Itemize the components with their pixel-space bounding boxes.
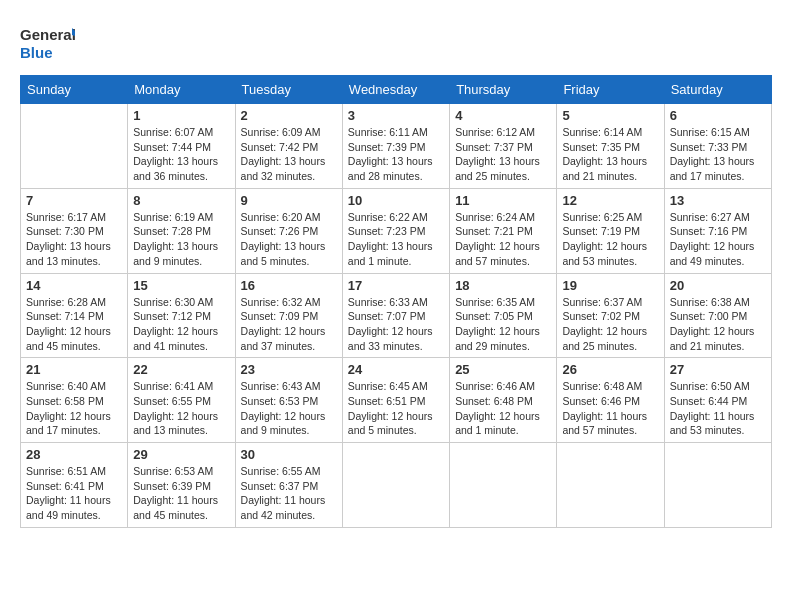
day-header-monday: Monday [128,76,235,104]
calendar-cell [450,443,557,528]
day-header-tuesday: Tuesday [235,76,342,104]
calendar-week-3: 14Sunrise: 6:28 AM Sunset: 7:14 PM Dayli… [21,273,772,358]
day-number: 4 [455,108,551,123]
svg-text:General: General [20,26,75,43]
cell-content: Sunrise: 6:11 AM Sunset: 7:39 PM Dayligh… [348,125,444,184]
day-number: 23 [241,362,337,377]
day-number: 17 [348,278,444,293]
cell-content: Sunrise: 6:38 AM Sunset: 7:00 PM Dayligh… [670,295,766,354]
cell-content: Sunrise: 6:43 AM Sunset: 6:53 PM Dayligh… [241,379,337,438]
calendar-week-5: 28Sunrise: 6:51 AM Sunset: 6:41 PM Dayli… [21,443,772,528]
cell-content: Sunrise: 6:09 AM Sunset: 7:42 PM Dayligh… [241,125,337,184]
day-number: 6 [670,108,766,123]
day-number: 27 [670,362,766,377]
cell-content: Sunrise: 6:32 AM Sunset: 7:09 PM Dayligh… [241,295,337,354]
calendar-cell: 7Sunrise: 6:17 AM Sunset: 7:30 PM Daylig… [21,188,128,273]
day-number: 18 [455,278,551,293]
calendar-cell: 9Sunrise: 6:20 AM Sunset: 7:26 PM Daylig… [235,188,342,273]
cell-content: Sunrise: 6:17 AM Sunset: 7:30 PM Dayligh… [26,210,122,269]
page-header: General Blue [20,20,772,65]
day-number: 11 [455,193,551,208]
calendar-cell: 21Sunrise: 6:40 AM Sunset: 6:58 PM Dayli… [21,358,128,443]
day-number: 5 [562,108,658,123]
calendar-cell: 2Sunrise: 6:09 AM Sunset: 7:42 PM Daylig… [235,104,342,189]
cell-content: Sunrise: 6:46 AM Sunset: 6:48 PM Dayligh… [455,379,551,438]
calendar-header-row: SundayMondayTuesdayWednesdayThursdayFrid… [21,76,772,104]
cell-content: Sunrise: 6:50 AM Sunset: 6:44 PM Dayligh… [670,379,766,438]
day-number: 24 [348,362,444,377]
calendar-week-1: 1Sunrise: 6:07 AM Sunset: 7:44 PM Daylig… [21,104,772,189]
logo-svg: General Blue [20,20,75,65]
day-number: 16 [241,278,337,293]
calendar-cell: 29Sunrise: 6:53 AM Sunset: 6:39 PM Dayli… [128,443,235,528]
calendar-cell [342,443,449,528]
cell-content: Sunrise: 6:53 AM Sunset: 6:39 PM Dayligh… [133,464,229,523]
calendar-cell: 28Sunrise: 6:51 AM Sunset: 6:41 PM Dayli… [21,443,128,528]
day-number: 1 [133,108,229,123]
calendar-cell: 10Sunrise: 6:22 AM Sunset: 7:23 PM Dayli… [342,188,449,273]
day-number: 2 [241,108,337,123]
day-number: 14 [26,278,122,293]
calendar-cell: 23Sunrise: 6:43 AM Sunset: 6:53 PM Dayli… [235,358,342,443]
day-number: 7 [26,193,122,208]
day-number: 8 [133,193,229,208]
calendar-cell: 15Sunrise: 6:30 AM Sunset: 7:12 PM Dayli… [128,273,235,358]
cell-content: Sunrise: 6:22 AM Sunset: 7:23 PM Dayligh… [348,210,444,269]
calendar-cell [21,104,128,189]
cell-content: Sunrise: 6:41 AM Sunset: 6:55 PM Dayligh… [133,379,229,438]
cell-content: Sunrise: 6:19 AM Sunset: 7:28 PM Dayligh… [133,210,229,269]
calendar-cell [664,443,771,528]
calendar-cell: 22Sunrise: 6:41 AM Sunset: 6:55 PM Dayli… [128,358,235,443]
calendar-cell: 14Sunrise: 6:28 AM Sunset: 7:14 PM Dayli… [21,273,128,358]
day-header-friday: Friday [557,76,664,104]
calendar-cell: 6Sunrise: 6:15 AM Sunset: 7:33 PM Daylig… [664,104,771,189]
day-number: 28 [26,447,122,462]
day-number: 21 [26,362,122,377]
calendar-cell [557,443,664,528]
day-number: 3 [348,108,444,123]
cell-content: Sunrise: 6:48 AM Sunset: 6:46 PM Dayligh… [562,379,658,438]
cell-content: Sunrise: 6:14 AM Sunset: 7:35 PM Dayligh… [562,125,658,184]
cell-content: Sunrise: 6:15 AM Sunset: 7:33 PM Dayligh… [670,125,766,184]
cell-content: Sunrise: 6:55 AM Sunset: 6:37 PM Dayligh… [241,464,337,523]
calendar-cell: 11Sunrise: 6:24 AM Sunset: 7:21 PM Dayli… [450,188,557,273]
day-number: 29 [133,447,229,462]
calendar-cell: 19Sunrise: 6:37 AM Sunset: 7:02 PM Dayli… [557,273,664,358]
cell-content: Sunrise: 6:33 AM Sunset: 7:07 PM Dayligh… [348,295,444,354]
day-number: 22 [133,362,229,377]
calendar-week-2: 7Sunrise: 6:17 AM Sunset: 7:30 PM Daylig… [21,188,772,273]
day-number: 10 [348,193,444,208]
calendar-cell: 17Sunrise: 6:33 AM Sunset: 7:07 PM Dayli… [342,273,449,358]
calendar-cell: 20Sunrise: 6:38 AM Sunset: 7:00 PM Dayli… [664,273,771,358]
calendar-cell: 8Sunrise: 6:19 AM Sunset: 7:28 PM Daylig… [128,188,235,273]
calendar-week-4: 21Sunrise: 6:40 AM Sunset: 6:58 PM Dayli… [21,358,772,443]
cell-content: Sunrise: 6:40 AM Sunset: 6:58 PM Dayligh… [26,379,122,438]
day-number: 19 [562,278,658,293]
cell-content: Sunrise: 6:27 AM Sunset: 7:16 PM Dayligh… [670,210,766,269]
day-number: 12 [562,193,658,208]
cell-content: Sunrise: 6:37 AM Sunset: 7:02 PM Dayligh… [562,295,658,354]
cell-content: Sunrise: 6:25 AM Sunset: 7:19 PM Dayligh… [562,210,658,269]
day-number: 13 [670,193,766,208]
day-header-sunday: Sunday [21,76,128,104]
cell-content: Sunrise: 6:30 AM Sunset: 7:12 PM Dayligh… [133,295,229,354]
day-number: 15 [133,278,229,293]
cell-content: Sunrise: 6:35 AM Sunset: 7:05 PM Dayligh… [455,295,551,354]
calendar-cell: 12Sunrise: 6:25 AM Sunset: 7:19 PM Dayli… [557,188,664,273]
calendar-table: SundayMondayTuesdayWednesdayThursdayFrid… [20,75,772,528]
cell-content: Sunrise: 6:45 AM Sunset: 6:51 PM Dayligh… [348,379,444,438]
cell-content: Sunrise: 6:12 AM Sunset: 7:37 PM Dayligh… [455,125,551,184]
day-header-saturday: Saturday [664,76,771,104]
day-number: 9 [241,193,337,208]
calendar-cell: 5Sunrise: 6:14 AM Sunset: 7:35 PM Daylig… [557,104,664,189]
cell-content: Sunrise: 6:28 AM Sunset: 7:14 PM Dayligh… [26,295,122,354]
calendar-cell: 30Sunrise: 6:55 AM Sunset: 6:37 PM Dayli… [235,443,342,528]
calendar-cell: 16Sunrise: 6:32 AM Sunset: 7:09 PM Dayli… [235,273,342,358]
logo: General Blue [20,20,75,65]
calendar-cell: 1Sunrise: 6:07 AM Sunset: 7:44 PM Daylig… [128,104,235,189]
calendar-cell: 18Sunrise: 6:35 AM Sunset: 7:05 PM Dayli… [450,273,557,358]
calendar-cell: 27Sunrise: 6:50 AM Sunset: 6:44 PM Dayli… [664,358,771,443]
day-number: 25 [455,362,551,377]
cell-content: Sunrise: 6:20 AM Sunset: 7:26 PM Dayligh… [241,210,337,269]
cell-content: Sunrise: 6:07 AM Sunset: 7:44 PM Dayligh… [133,125,229,184]
